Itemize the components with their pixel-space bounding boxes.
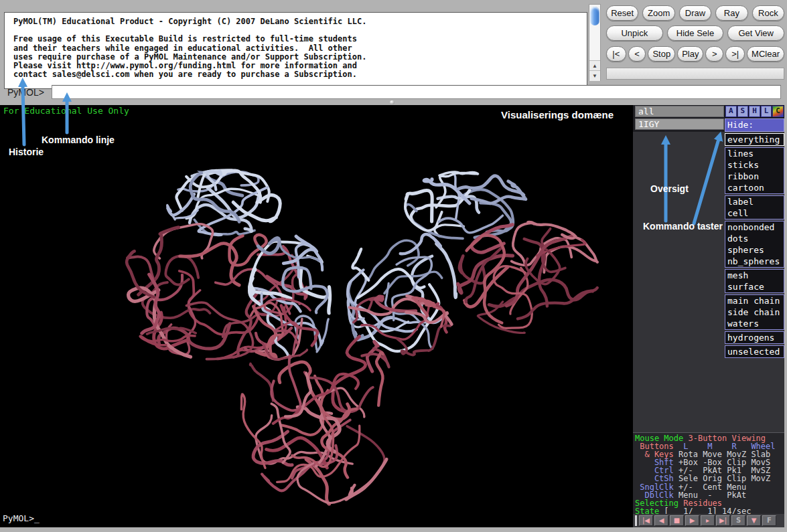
scroll-up-icon[interactable]: ▲ xyxy=(589,60,600,71)
menu-item-nonbonded[interactable]: nonbonded xyxy=(725,221,784,233)
menu-item-waters[interactable]: waters xyxy=(725,318,784,329)
menu-item-lines[interactable]: lines xyxy=(725,148,784,159)
menu-item-sticks[interactable]: sticks xyxy=(725,159,784,171)
vp-frame-button[interactable]: F xyxy=(762,515,776,526)
annotation-overview: Oversigt xyxy=(650,183,689,194)
toolbar-row-1: ResetZoomDrawRayRock xyxy=(606,5,784,21)
stop-button[interactable]: Stop xyxy=(648,46,675,62)
menu-item-label[interactable]: label xyxy=(725,196,784,207)
menu-item-cell[interactable]: cell xyxy=(725,207,784,219)
viewport[interactable]: For Educational Use Only PyMOL>_ xyxy=(0,105,633,527)
molecule-1igy xyxy=(0,105,633,527)
menu-group: meshsurface xyxy=(725,269,784,293)
draw-button[interactable]: Draw xyxy=(679,5,711,21)
hide-menu-title: Hide: xyxy=(725,118,784,132)
scrollbar-thumb[interactable] xyxy=(590,7,599,25)
vp-maximize-button[interactable]: ▼ xyxy=(747,515,761,526)
annotation-command-keys: Kommando taster xyxy=(643,221,723,232)
vp-scene-button[interactable]: S xyxy=(731,515,745,526)
object-row-all[interactable]: all xyxy=(635,106,724,117)
menu-item-ribbon[interactable]: ribbon xyxy=(725,171,784,182)
menu-group: hydrogens xyxy=(725,331,784,344)
edu-watermark: For Educational Use Only xyxy=(3,106,129,116)
menu-item-spheres[interactable]: spheres xyxy=(725,244,784,256)
menu-item-mesh[interactable]: mesh xyxy=(725,270,784,281)
menu-item-unselected[interactable]: unselected xyxy=(725,346,784,357)
menu-group: nonbondeddotsspheresnb_spheres xyxy=(725,221,784,268)
rock-button[interactable]: Rock xyxy=(752,5,784,21)
menu-group: unselected xyxy=(725,345,784,358)
menu-group: labelcell xyxy=(725,195,784,219)
menu-group: main chainside chainwaters xyxy=(725,294,784,330)
splitter-grip[interactable] xyxy=(390,100,395,104)
toolbar-row-2: UnpickHide SeleGet View xyxy=(606,25,784,41)
vp-play-button[interactable]: ▶ xyxy=(685,515,699,526)
menu-item-surface[interactable]: surface xyxy=(725,281,784,292)
movie-last-button[interactable]: >| xyxy=(725,46,745,62)
menu-item-side-chain[interactable]: side chain xyxy=(725,306,784,318)
pymol-window: PyMOL(TM) Educational Product - Copyrigh… xyxy=(0,0,787,532)
vp-movie-last-button[interactable]: ▶| xyxy=(716,515,730,526)
show-menu-button[interactable]: S xyxy=(737,106,749,117)
annotation-viz-domain: Visualiserings domæne xyxy=(501,109,614,120)
side-panel: all 1IGY ASHLC Hide: everything linessti… xyxy=(633,105,784,527)
hide-sele-button[interactable]: Hide Sele xyxy=(667,25,724,41)
vp-movie-back-button[interactable]: ◀ xyxy=(654,515,668,526)
menu-item-everything[interactable]: everything xyxy=(725,133,784,146)
color-menu-button[interactable]: C xyxy=(772,106,784,117)
ray-button[interactable]: Ray xyxy=(715,5,747,21)
mclear-button[interactable]: MClear xyxy=(747,46,784,62)
menu-item-cartoon[interactable]: cartoon xyxy=(725,182,784,193)
viewport-prompt: PyMOL>_ xyxy=(3,513,40,523)
label-menu-button[interactable]: L xyxy=(761,106,772,117)
annotation-command-line: Kommando linje xyxy=(42,135,115,145)
annotation-history: Historie xyxy=(9,147,44,157)
mouse-mode-panel: Mouse Mode 3-Button Viewing Buttons L M … xyxy=(633,432,784,514)
command-prompt-label: PyMOL> xyxy=(7,87,44,98)
menu-item-main-chain[interactable]: main chain xyxy=(725,295,784,306)
reset-button[interactable]: Reset xyxy=(606,5,638,21)
console-scrollbar[interactable]: ▲ ▼ xyxy=(589,4,601,81)
menu-item-dots[interactable]: dots xyxy=(725,233,784,244)
menu-item-nb-spheres[interactable]: nb_spheres xyxy=(725,256,784,267)
menu-group: linessticksribboncartoon xyxy=(725,147,784,194)
object-row-1igy[interactable]: 1IGY xyxy=(635,118,724,130)
hide-menu-button[interactable]: H xyxy=(749,106,760,117)
get-view-button[interactable]: Get View xyxy=(727,25,784,41)
movie-back-button[interactable]: < xyxy=(628,46,646,62)
play-button[interactable]: Play xyxy=(677,46,703,62)
viewport-movie-bar: |◀◀■▶▸▶|S▼F xyxy=(633,514,784,527)
zoom-button[interactable]: Zoom xyxy=(642,5,674,21)
feedback-console[interactable]: PyMOL(TM) Educational Product - Copyrigh… xyxy=(4,12,587,89)
command-input[interactable] xyxy=(52,85,781,99)
movie-forward-button[interactable]: > xyxy=(705,46,723,62)
toolbar-row-3: |<<StopPlay>>|MClear xyxy=(606,46,784,62)
hide-menu: Hide: everything linessticksribboncartoo… xyxy=(725,118,784,358)
unpick-button[interactable]: Unpick xyxy=(606,25,663,41)
aslhc-button-group: ASHLC xyxy=(725,105,784,118)
movie-first-button[interactable]: |< xyxy=(606,46,626,62)
movie-bar-strip xyxy=(635,515,637,526)
menu-item-hydrogens[interactable]: hydrogens xyxy=(725,332,784,343)
scroll-down-icon[interactable]: ▼ xyxy=(589,70,600,81)
action-menu-button[interactable]: A xyxy=(725,106,737,117)
vp-step-button[interactable]: ▸ xyxy=(701,515,715,526)
vp-stop-button[interactable]: ■ xyxy=(670,515,684,526)
vp-movie-first-button[interactable]: |◀ xyxy=(639,515,653,526)
status-bar xyxy=(606,68,784,80)
